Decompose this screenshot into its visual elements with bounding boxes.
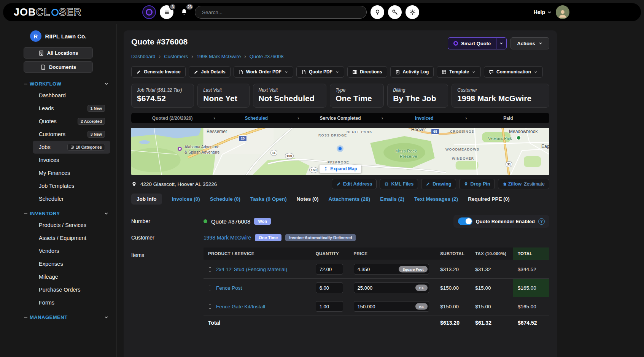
sidebar-item-job-templates[interactable]: Job Templates — [30, 179, 110, 192]
sidebar-item-expenses[interactable]: Expenses — [30, 257, 110, 270]
sidebar-item-products-services[interactable]: Products / Services — [30, 219, 110, 232]
activity-log-button[interactable]: Activity Log — [390, 66, 434, 78]
chat-icon — [489, 70, 494, 75]
sidebar-item-invoices[interactable]: Invoices — [30, 154, 110, 167]
layers-icon — [384, 182, 389, 186]
map-pin-icon — [464, 182, 468, 186]
ideas-button[interactable] — [370, 5, 384, 19]
jobs-badge: 10 Categories — [67, 144, 105, 151]
subtotal-value: $313.20 — [436, 260, 471, 279]
reorder-handle[interactable] — [208, 284, 212, 292]
chevron-down-icon — [284, 70, 288, 74]
number-label: Number — [131, 218, 204, 224]
documents-button[interactable]: Documents — [24, 61, 93, 73]
quote-detail-card: Quote #376008 Smart Quote Actions Dashbo… — [124, 30, 557, 357]
sidebar: R RIIPL Lawn Co. All Locations Documents… — [0, 24, 117, 357]
tab-schedule[interactable]: Schedule (0) — [210, 196, 240, 202]
product-link[interactable]: 2x4 12' Stud (Fencing Material) — [216, 267, 287, 272]
sidebar-item-mileage[interactable]: Mileage — [30, 270, 110, 283]
sidebar-item-my-finances[interactable]: My Finances — [30, 167, 110, 179]
tab-emails[interactable]: Emails (2) — [380, 196, 404, 202]
customer-link[interactable]: 1998 Mark McGwire — [204, 235, 251, 241]
generate-invoice-button[interactable]: Generate Invoice — [131, 66, 186, 78]
search-input[interactable] — [195, 6, 367, 19]
section-workflow[interactable]: WORKFLOW — [30, 81, 116, 87]
edit-address-button[interactable]: Edit Address — [332, 179, 377, 189]
settings-button[interactable] — [405, 5, 419, 19]
sidebar-item-quotes[interactable]: Quotes2 Accepted — [30, 115, 110, 128]
company-switcher[interactable]: R RIIPL Lawn Co. — [0, 30, 116, 42]
smart-quote-button[interactable]: Smart Quote — [448, 37, 496, 49]
breadcrumb-quote[interactable]: Quote #376008 — [250, 54, 284, 59]
tab-tasks[interactable]: Tasks (0 Open) — [250, 196, 287, 202]
user-avatar[interactable] — [556, 5, 569, 19]
quantity-input[interactable] — [316, 301, 343, 312]
items-row: Items PRODUCT / SERVICE QUANTITY PRICE S… — [131, 248, 549, 330]
sidebar-item-dashboard[interactable]: Dashboard — [30, 89, 110, 102]
tab-job-info[interactable]: Job Info — [131, 194, 162, 205]
reorder-handle[interactable] — [208, 303, 212, 310]
reorder-handle[interactable] — [208, 266, 212, 273]
quote-reminder-control: Quote Reminder Enabled ? — [453, 215, 549, 228]
unit-badge[interactable]: Ea — [415, 303, 428, 310]
tab-invoices[interactable]: Invoices (0) — [172, 196, 200, 202]
actions-button[interactable]: Actions — [510, 37, 549, 49]
sidebar-item-leads[interactable]: Leads1 New — [30, 102, 110, 115]
drop-pin-button[interactable]: Drop Pin — [459, 179, 495, 189]
house-icon — [502, 182, 507, 186]
attraction-pin-icon — [178, 147, 182, 151]
help-circle-icon[interactable]: ? — [538, 218, 545, 225]
sidebar-item-vendors[interactable]: Vendors — [30, 244, 110, 257]
progress-scheduled[interactable]: Scheduled — [215, 116, 297, 121]
tab-text-messages[interactable]: Text Messages (2) — [414, 196, 458, 202]
work-order-pdf-button[interactable]: Work Order PDF — [234, 66, 293, 78]
tab-attachments[interactable]: Attachments (28) — [329, 196, 370, 202]
template-button[interactable]: Template — [437, 66, 481, 78]
sidebar-item-forms[interactable]: Forms — [30, 296, 110, 309]
location-map[interactable]: Bessemer ROSS BRIDGE BLUFF PARK Hoover C… — [131, 128, 549, 175]
tab-required-ppe[interactable]: Required PPE (0) — [468, 196, 510, 202]
breadcrumb-dashboard[interactable]: Dashboard — [131, 54, 156, 59]
notifications-button[interactable]: 23 — [177, 5, 191, 19]
building-icon — [38, 50, 44, 56]
quote-reminder-toggle[interactable] — [458, 217, 472, 225]
job-details-button[interactable]: Job Details — [189, 66, 231, 78]
sidebar-item-jobs[interactable]: Jobs 10 Categories — [33, 141, 110, 154]
sidebar-item-scheduler[interactable]: Scheduler — [30, 192, 110, 205]
expand-map-button[interactable]: Expand Map — [319, 165, 361, 173]
drawing-button[interactable]: Drawing — [421, 179, 456, 189]
progress-invoiced[interactable]: Invoiced — [383, 116, 465, 121]
quantity-input[interactable] — [316, 282, 343, 293]
tab-notes[interactable]: Notes (0) — [297, 196, 319, 202]
section-management[interactable]: MANAGEMENT — [30, 314, 116, 320]
total-row-label: Total — [204, 316, 436, 330]
all-locations-button[interactable]: All Locations — [24, 47, 93, 59]
activity-feed-button[interactable]: 3 — [160, 5, 173, 19]
stat-type: TypeOne Time — [330, 84, 384, 108]
product-link[interactable]: Fence Post — [216, 285, 242, 291]
assistant-button[interactable] — [142, 5, 156, 19]
quote-number: Quote #376008 — [211, 218, 250, 225]
permissions-button[interactable] — [388, 5, 402, 19]
kml-files-button[interactable]: KML Files — [380, 179, 418, 189]
job-location-marker[interactable] — [338, 146, 342, 151]
template-icon — [442, 70, 447, 75]
directions-button[interactable]: Directions — [347, 66, 387, 78]
quantity-input[interactable] — [316, 264, 343, 274]
quote-pdf-button[interactable]: Quote PDF — [296, 66, 344, 78]
product-link[interactable]: Fence Gate Kit/Install — [216, 304, 265, 309]
table-header-row: PRODUCT / SERVICE QUANTITY PRICE SUBTOTA… — [204, 248, 549, 260]
section-inventory[interactable]: INVENTORY — [30, 211, 116, 216]
breadcrumb-customers[interactable]: Customers — [164, 54, 188, 59]
sidebar-item-purchase-orders[interactable]: Purchase Orders — [30, 283, 110, 296]
workflow-header-label: WORKFLOW — [30, 81, 61, 87]
zillow-zestimate-button[interactable]: Zillow Zestimate — [498, 179, 549, 189]
sidebar-item-assets-equipment[interactable]: Assets / Equipment — [30, 232, 110, 244]
sidebar-item-customers[interactable]: Customers3 New — [30, 128, 110, 141]
communication-button[interactable]: Communication — [484, 66, 543, 78]
help-menu[interactable]: Help — [534, 9, 552, 15]
unit-badge[interactable]: Square Foot — [399, 266, 427, 273]
smart-quote-dropdown-button[interactable] — [496, 37, 507, 49]
unit-badge[interactable]: Ea — [415, 285, 428, 291]
breadcrumb-customer[interactable]: 1998 Mark McGwire — [197, 54, 241, 59]
